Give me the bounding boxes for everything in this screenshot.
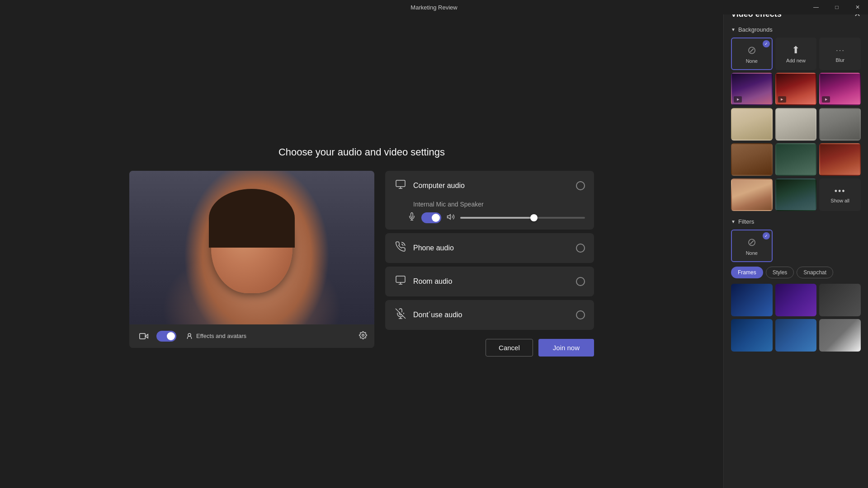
add-new-icon: ⬆ [792, 44, 800, 56]
bg-arch-option[interactable] [731, 178, 773, 211]
computer-audio-icon [394, 179, 407, 192]
filter-tag-styles[interactable]: Styles [766, 267, 794, 278]
video-preview [129, 171, 374, 324]
computer-audio-radio[interactable] [576, 181, 585, 190]
filter-tag-snapchat[interactable]: Snapchat [797, 267, 833, 278]
bg-gray-room-option[interactable] [819, 108, 861, 141]
filter-tag-frames[interactable]: Frames [731, 267, 763, 278]
person-image [129, 171, 374, 324]
filters-chevron: ▼ [731, 219, 736, 224]
bg-red-clouds-option[interactable]: ▶ [775, 73, 817, 105]
bg-circular-option[interactable] [775, 178, 817, 211]
room-audio-icon [394, 275, 407, 288]
no-audio-option[interactable]: Dont´use audio [385, 300, 594, 330]
show-all-label: Show all [830, 198, 849, 203]
audio-device-name: Internal Mic and Speaker [394, 201, 585, 208]
room-audio-label: Room audio [413, 277, 570, 286]
show-all-dots: ••• [835, 187, 846, 196]
frame-light-blue-option[interactable] [775, 319, 817, 352]
effects-label: Effects and avatars [196, 333, 246, 339]
maximize-button[interactable]: □ [826, 0, 847, 14]
bg-bright-room-option[interactable] [731, 108, 773, 141]
mic-toggle[interactable] [421, 212, 441, 223]
no-icon: ⊘ [747, 44, 756, 56]
phone-audio-radio[interactable] [576, 244, 585, 253]
phone-audio-option[interactable]: Phone audio [385, 233, 594, 263]
close-button[interactable]: ✕ [847, 0, 868, 14]
audio-expanded-detail: Internal Mic and Speaker [385, 201, 594, 230]
video-container: Effects and avatars [129, 171, 374, 348]
bg-green-room-option[interactable] [775, 143, 817, 176]
bg-none-option[interactable]: ⊘ ✓ None [731, 38, 773, 70]
bg-none-label: None [746, 58, 758, 64]
window-controls: — □ ✕ [806, 0, 868, 14]
bg-blur-label: Blur [835, 57, 844, 63]
effects-panel: Video effects ✕ ▼ Backgrounds ⊘ ✓ None ⬆… [723, 0, 868, 488]
effects-avatars-button[interactable]: Effects and avatars [185, 332, 246, 340]
filters-grid: ⊘ ✓ None [731, 230, 861, 262]
computer-audio-label: Computer audio [413, 182, 570, 190]
show-all-button[interactable]: ••• Show all [819, 178, 861, 211]
join-now-button[interactable]: Join now [538, 339, 594, 357]
settings-icon-button[interactable] [359, 331, 367, 341]
frame-white-gray-option[interactable] [819, 319, 861, 352]
bg-add-new-option[interactable]: ⬆ Add new [775, 38, 817, 70]
no-audio-icon [394, 308, 407, 322]
speaker-icon [447, 213, 455, 223]
frame-purple-wave-option[interactable] [775, 284, 817, 316]
filter-none-label: None [746, 250, 758, 256]
microphone-icon [408, 212, 416, 223]
title-bar: Marketing Review — □ ✕ [0, 0, 868, 14]
camera-icon[interactable] [137, 329, 151, 343]
svg-marker-6 [448, 214, 451, 219]
volume-fill [460, 217, 535, 219]
filter-check: ✓ [763, 232, 770, 239]
bottom-actions: Cancel Join now [385, 339, 594, 357]
bg-wood-room-option[interactable] [731, 143, 773, 176]
main-area: Choose your audio and video settings [0, 14, 723, 488]
app-title: Marketing Review [410, 4, 457, 11]
backgrounds-label: Backgrounds [738, 26, 773, 33]
camera-toggle[interactable] [156, 331, 176, 342]
filter-none-option[interactable]: ⊘ ✓ None [731, 230, 773, 262]
volume-slider[interactable] [460, 217, 585, 219]
blur-icon: ⋯ [835, 45, 844, 56]
audio-panel: Computer audio Internal Mic and Speaker [385, 171, 594, 357]
bg-purple-mountains-option[interactable]: ▶ [731, 73, 773, 105]
bg-blur-option[interactable]: ⋯ Blur [819, 38, 861, 70]
audio-controls-row [394, 212, 585, 223]
bg-add-new-label: Add new [786, 58, 806, 63]
video-toolbar: Effects and avatars [129, 324, 374, 348]
filters-section: ▼ Filters ⊘ ✓ None Frames Styles Snapcha… [731, 218, 861, 352]
svg-rect-7 [396, 276, 405, 282]
frame-blue-wave-option[interactable] [731, 284, 773, 316]
filters-label: Filters [738, 218, 754, 225]
cancel-button[interactable]: Cancel [486, 339, 533, 357]
room-audio-radio[interactable] [576, 277, 585, 286]
phone-audio-icon [394, 241, 407, 255]
frame-blue2-option[interactable] [731, 319, 773, 352]
svg-point-2 [362, 334, 364, 336]
selected-check: ✓ [763, 40, 770, 47]
room-audio-option[interactable]: Room audio [385, 267, 594, 296]
backgrounds-grid: ⊘ ✓ None ⬆ Add new ⋯ Blur ▶ ▶ ▶ [731, 38, 861, 211]
phone-audio-label: Phone audio [413, 244, 570, 252]
page-title: Choose your audio and video settings [278, 146, 445, 158]
filters-section-header[interactable]: ▼ Filters [731, 218, 861, 225]
computer-audio-option[interactable]: Computer audio [385, 171, 594, 201]
bg-modern-room-option[interactable] [775, 108, 817, 141]
svg-point-1 [188, 333, 191, 336]
svg-rect-0 [140, 333, 146, 339]
bg-red-room-option[interactable] [819, 143, 861, 176]
filter-tags: Frames Styles Snapchat [731, 267, 861, 278]
no-audio-radio[interactable] [576, 310, 585, 319]
frames-grid [731, 284, 861, 352]
minimize-button[interactable]: — [806, 0, 826, 14]
svg-rect-3 [396, 180, 405, 187]
filter-no-icon: ⊘ [747, 236, 756, 249]
content-row: Effects and avatars [129, 171, 594, 357]
backgrounds-section-header[interactable]: ▼ Backgrounds [731, 26, 861, 33]
volume-thumb [530, 214, 538, 221]
frame-gray-wave-option[interactable] [819, 284, 861, 316]
bg-pink-floral-option[interactable]: ▶ [819, 73, 861, 105]
